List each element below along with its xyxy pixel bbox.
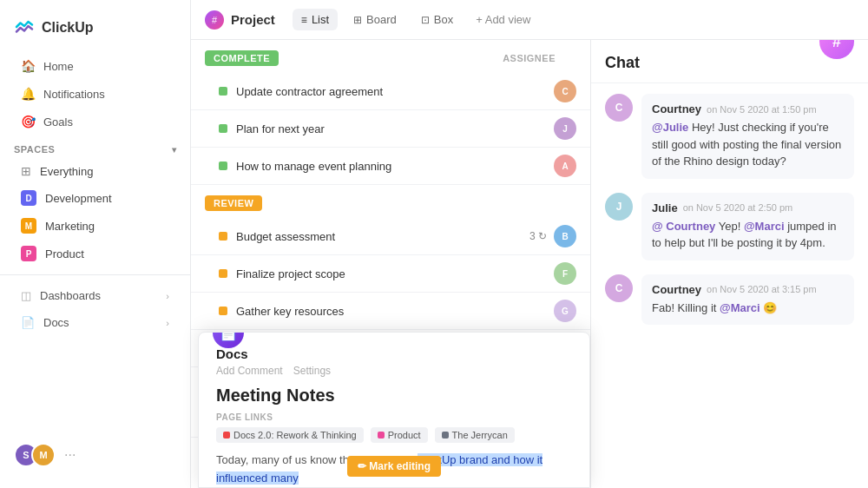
sidebar-item-goals[interactable]: 🎯 Goals — [7, 109, 183, 135]
sidebar-item-notifications[interactable]: 🔔 Notifications — [7, 81, 183, 107]
spaces-chevron-icon[interactable]: ▾ — [172, 145, 177, 155]
sidebar-item-docs[interactable]: 📄 Docs › — [7, 310, 183, 335]
sidebar-item-product[interactable]: P Product — [7, 241, 183, 267]
page-link-0[interactable]: Docs 2.0: Rework & Thinking — [216, 427, 364, 443]
sidebar-marketing-label: Marketing — [45, 220, 95, 233]
chat-time-2: on Nov 5 2020 at 2:50 pm — [683, 202, 793, 213]
chat-avatar-julie: J — [605, 193, 633, 221]
section-review-header: REVIEW — [191, 185, 590, 218]
sidebar-item-home[interactable]: 🏠 Home — [7, 53, 183, 79]
user-avatars: S M — [14, 443, 56, 467]
sidebar: ClickUp 🏠 Home 🔔 Notifications 🎯 Goals S… — [0, 0, 191, 488]
link-dot-0 — [223, 432, 230, 439]
clickup-logo-icon — [14, 17, 35, 38]
docs-nav-label: Docs — [43, 316, 69, 329]
page-link-1[interactable]: Product — [371, 427, 428, 443]
chat-message-3: C Courtney on Nov 5 2020 at 3:15 pm Fab!… — [605, 274, 854, 326]
task-row[interactable]: Budget assessment 3 ↻ B — [191, 218, 590, 255]
settings-link[interactable]: Settings — [293, 365, 331, 377]
chat-meta-3: Courtney on Nov 5 2020 at 3:15 pm — [652, 283, 844, 296]
board-icon: ⊞ — [353, 14, 362, 26]
section-complete-header: COMPLETE ASSIGNEE — [191, 40, 590, 73]
page-links-list: Docs 2.0: Rework & Thinking Product The … — [216, 427, 572, 443]
task-dot — [219, 162, 227, 170]
badge-complete: COMPLETE — [205, 50, 279, 66]
task-name: Plan for next year — [236, 122, 554, 135]
task-row[interactable]: How to manage event planning A — [191, 148, 590, 185]
mark-editing-button[interactable]: ✏ Mark editing — [347, 456, 441, 477]
chat-messages-list: C Courtney on Nov 5 2020 at 1:50 pm @Jul… — [591, 83, 868, 488]
sidebar-divider — [0, 274, 190, 275]
task-row[interactable]: Gather key resources G — [191, 293, 590, 330]
docs-heading: Docs — [216, 346, 572, 361]
sidebar-item-dashboards[interactable]: ◫ Dashboards › — [7, 283, 183, 308]
chat-bubble-3: Courtney on Nov 5 2020 at 3:15 pm Fab! K… — [641, 274, 854, 326]
dashboards-label: Dashboards — [40, 289, 101, 302]
docs-overlay: 📄 Docs Add Comment Settings Meeting Note… — [198, 332, 590, 488]
board-tab-label: Board — [366, 13, 397, 26]
task-dot — [219, 269, 227, 278]
chat-text-2: @ Courtney Yep! @Marci jumped in to help… — [652, 218, 844, 252]
tab-list[interactable]: ≡ List — [293, 9, 338, 30]
chat-text-1: @Julie Hey! Just checking if you're stil… — [652, 119, 844, 170]
assignee-column-header: ASSIGNEE — [503, 53, 576, 63]
chat-message-2: J Julie on Nov 5 2020 at 2:50 pm @ Court… — [605, 193, 854, 260]
docs-actions: Add Comment Settings — [216, 365, 572, 377]
mark-editing-label: ✏ Mark editing — [358, 460, 431, 472]
chat-time-3: on Nov 5 2020 at 3:15 pm — [707, 284, 817, 294]
tab-board[interactable]: ⊞ Board — [345, 9, 405, 30]
sidebar-item-marketing[interactable]: M Marketing — [7, 213, 183, 239]
chat-meta-2: Julie on Nov 5 2020 at 2:50 pm — [652, 201, 844, 214]
page-link-2[interactable]: The Jerrycan — [435, 427, 515, 443]
chat-author-2: Julie — [652, 201, 678, 214]
link-dot-2 — [442, 432, 449, 439]
spaces-label: Spaces — [14, 144, 55, 155]
spaces-section-header: Spaces ▾ — [0, 135, 190, 158]
sidebar-home-label: Home — [43, 60, 74, 73]
dashboards-chevron: › — [166, 291, 169, 301]
sidebar-product-label: Product — [45, 247, 84, 260]
link-dot-1 — [378, 432, 385, 439]
mention-courtney: @ Courtney — [652, 220, 715, 233]
tab-box[interactable]: ⊡ Box — [412, 9, 462, 30]
box-icon: ⊡ — [421, 14, 430, 26]
sidebar-item-development[interactable]: D Development — [7, 185, 183, 211]
logo-text: ClickUp — [42, 20, 94, 36]
bell-icon: 🔔 — [21, 87, 35, 101]
task-name: Update contractor agreement — [236, 85, 554, 98]
sidebar-notifications-label: Notifications — [43, 88, 105, 101]
task-name: Budget assessment — [236, 230, 529, 243]
task-avatar: G — [554, 300, 576, 322]
dashboards-icon: ◫ — [21, 289, 31, 302]
development-dot: D — [21, 190, 36, 206]
list-icon: ≡ — [301, 14, 307, 26]
add-comment-link[interactable]: Add Comment — [216, 365, 283, 377]
topbar: # Project ≡ List ⊞ Board ⊡ Box + Add vie… — [191, 0, 868, 40]
task-row[interactable]: Update contractor agreement C — [191, 73, 590, 110]
chat-message-1: C Courtney on Nov 5 2020 at 1:50 pm @Jul… — [605, 94, 854, 179]
chat-panel: # Chat C Courtney on Nov 5 2020 at 1:50 … — [590, 40, 868, 488]
task-avatar: C — [554, 80, 576, 102]
sidebar-item-everything[interactable]: ⊞ Everything — [7, 159, 183, 183]
page-links-label: PAGE LINKS — [216, 412, 572, 422]
task-row[interactable]: Finalize project scope F — [191, 255, 590, 293]
home-icon: 🏠 — [21, 59, 35, 73]
chat-bubble-2: Julie on Nov 5 2020 at 2:50 pm @ Courtne… — [641, 193, 854, 260]
box-tab-label: Box — [434, 13, 453, 26]
task-dot — [219, 232, 227, 241]
task-dot — [219, 87, 227, 96]
chat-time-1: on Nov 5 2020 at 1:50 pm — [707, 104, 817, 115]
list-tab-label: List — [312, 13, 329, 26]
mention-julie: @Julie — [652, 121, 688, 134]
add-view-button[interactable]: + Add view — [469, 9, 537, 30]
task-count: 3 ↻ — [529, 230, 547, 242]
task-row[interactable]: Plan for next year J — [191, 110, 590, 148]
docs-chevron: › — [166, 318, 169, 328]
chat-meta-1: Courtney on Nov 5 2020 at 1:50 pm — [652, 102, 844, 115]
chat-header: # Chat — [591, 40, 868, 83]
avatar-m: M — [31, 443, 56, 467]
chat-text-3: Fab! Killing it @Marci 😊 — [652, 300, 844, 317]
task-avatar: F — [554, 262, 576, 285]
sidebar-footer: S M ··· — [0, 432, 190, 478]
task-avatar: J — [554, 117, 576, 140]
